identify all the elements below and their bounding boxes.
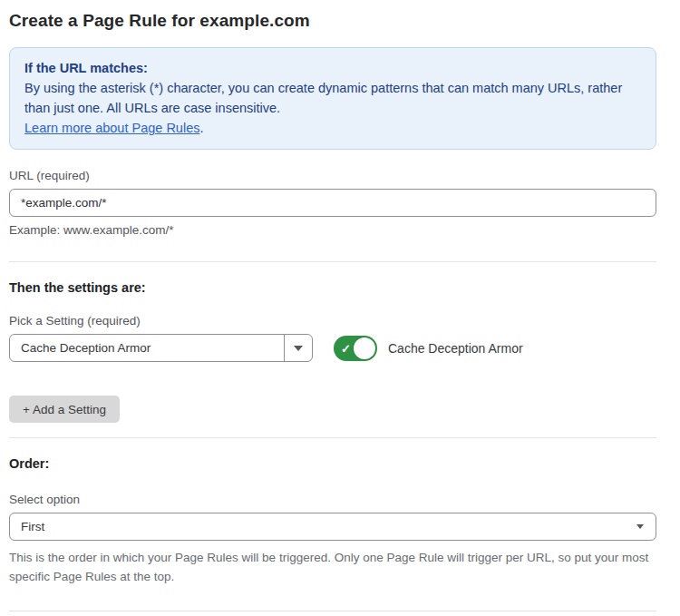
setting-picker-label: Pick a Setting (required): [9, 314, 656, 328]
setting-row: Cache Deception Armor ✓ Cache Deception …: [9, 334, 656, 362]
create-page-rule-form: Create a Page Rule for example.com If th…: [0, 0, 680, 616]
add-setting-button[interactable]: + Add a Setting: [9, 396, 120, 423]
setting-select-value: Cache Deception Armor: [10, 341, 284, 355]
settings-section-heading: Then the settings are:: [9, 280, 656, 295]
cache-deception-armor-toggle[interactable]: ✓: [334, 336, 377, 361]
order-select-arrow: [636, 524, 656, 529]
divider: [9, 437, 656, 438]
info-box-body: By using the asterisk (*) character, you…: [24, 78, 641, 118]
order-select[interactable]: First: [9, 513, 656, 541]
divider: [9, 611, 656, 611]
check-icon: ✓: [341, 342, 351, 354]
info-box-heading: If the URL matches:: [24, 58, 641, 78]
url-field-helper: Example: www.example.com/*: [9, 223, 656, 237]
order-helper-text: This is the order in which your Page Rul…: [9, 548, 656, 586]
order-select-value: First: [10, 520, 636, 533]
url-field-label: URL (required): [9, 169, 656, 182]
url-match-info-box: If the URL matches: By using the asteris…: [9, 47, 656, 150]
order-section-heading: Order:: [9, 456, 656, 471]
link-suffix: .: [199, 121, 203, 135]
chevron-down-icon: [294, 346, 303, 351]
url-input[interactable]: [9, 189, 656, 217]
setting-select-arrow-button[interactable]: [284, 335, 312, 361]
setting-select[interactable]: Cache Deception Armor: [9, 334, 313, 362]
order-select-label: Select option: [9, 493, 656, 506]
info-box-link-line: Learn more about Page Rules.: [24, 118, 641, 138]
toggle-label: Cache Deception Armor: [388, 341, 523, 356]
toggle-knob: [354, 337, 375, 359]
divider: [9, 261, 656, 262]
page-title: Create a Page Rule for example.com: [9, 11, 656, 31]
chevron-down-icon: [636, 524, 644, 529]
learn-more-link[interactable]: Learn more about Page Rules: [24, 121, 199, 135]
